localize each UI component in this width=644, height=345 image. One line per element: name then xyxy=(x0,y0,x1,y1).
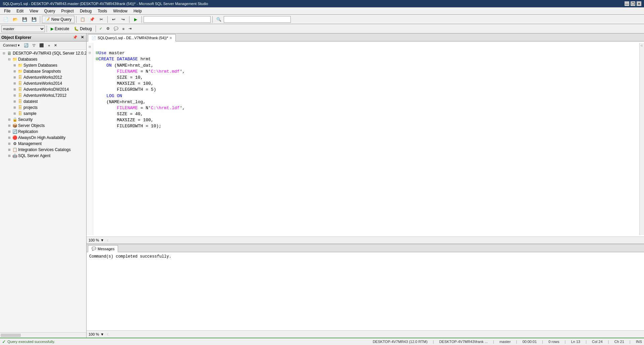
server-label: DESKTOP-4V7MR43 (SQL Server 12.0.256... xyxy=(13,51,86,56)
debug-button[interactable]: 🐛 Debug xyxy=(72,26,94,32)
tab-close-button[interactable]: ✕ xyxy=(169,36,172,40)
tree-databases-node[interactable]: ⊟ 📁 Databases xyxy=(0,56,86,62)
awdw2014-expand-icon[interactable]: ⊞ xyxy=(12,88,17,91)
tree-aw2012-node[interactable]: ⊞ 🗄 AdventureWorks2012 xyxy=(0,74,86,80)
run-button[interactable]: ▶ xyxy=(131,16,140,23)
redo-button[interactable]: ↪ xyxy=(119,16,127,23)
new-query-button[interactable]: 📝 New Query xyxy=(42,16,74,23)
oe-connect-button[interactable]: Connect ▾ xyxy=(1,42,21,49)
tree-replication-node[interactable]: ⊞ 🔄 Replication xyxy=(0,129,86,135)
oe-close-icon[interactable]: ✕ xyxy=(80,35,85,40)
search-input[interactable] xyxy=(144,16,211,23)
zoom-button[interactable]: 🔍 xyxy=(214,16,223,23)
tree-server-objects-node[interactable]: ⊞ 📦 Server Objects xyxy=(0,123,86,129)
tree-aw2014-node[interactable]: ⊞ 🗄 AdventureWorks2014 xyxy=(0,80,86,86)
open-button[interactable]: 📂 xyxy=(11,16,19,23)
oe-scrollbar[interactable] xyxy=(0,332,86,338)
security-expand-icon[interactable]: ⊞ xyxy=(7,118,12,121)
oe-delete-button[interactable]: ✕ xyxy=(52,42,59,49)
menu-tools[interactable]: Tools xyxy=(95,8,110,14)
editor-tab[interactable]: 📄 SQLQuery1.sql - DE...V7MR43\frank (54)… xyxy=(88,34,176,42)
tree-system-db-node[interactable]: ⊞ 📁 System Databases xyxy=(0,62,86,68)
maximize-button[interactable]: ❐ xyxy=(631,1,635,6)
new-query-icon: 📝 xyxy=(45,17,50,22)
server-objects-expand-icon[interactable]: ⊞ xyxy=(7,124,12,127)
menu-help[interactable]: Help xyxy=(131,8,145,14)
menu-debug[interactable]: Debug xyxy=(77,8,94,14)
undo-button[interactable]: ↩ xyxy=(109,16,118,23)
sql-code-editor[interactable]: ⊟Use master ⊟CREATE DATABASE hrmt ON (NA… xyxy=(93,43,639,235)
menu-view[interactable]: View xyxy=(27,8,41,14)
tree-awlt2012-node[interactable]: ⊞ 🗄 AdventureWorksLT2012 xyxy=(0,92,86,98)
agent-expand-icon[interactable]: ⊞ xyxy=(7,154,12,157)
comment-button[interactable]: 💬 xyxy=(112,25,120,32)
system-db-expand-icon[interactable]: ⊞ xyxy=(12,64,17,67)
indent-button[interactable]: ⇥ xyxy=(127,25,133,32)
oe-filter-button[interactable]: ▽ xyxy=(31,42,37,49)
paste-button[interactable]: 📌 xyxy=(88,16,96,23)
sample-expand-icon[interactable]: ⊞ xyxy=(12,112,17,115)
format-button[interactable]: ≡ xyxy=(121,25,126,32)
search-input2[interactable] xyxy=(224,16,291,23)
margin-12 xyxy=(87,111,93,117)
new-file-icon: 📄 xyxy=(3,17,8,22)
tree-datatest-node[interactable]: ⊞ 🗄 datatest xyxy=(0,98,86,105)
menu-query[interactable]: Query xyxy=(42,8,58,14)
close-button[interactable]: ✕ xyxy=(637,1,641,6)
messages-tab[interactable]: 💬 Messages xyxy=(88,245,118,252)
tree-projects-node[interactable]: ⊞ 🗄 projects xyxy=(0,105,86,111)
management-expand-icon[interactable]: ⊞ xyxy=(7,142,12,145)
save-button[interactable]: 💾 xyxy=(20,16,29,23)
minimize-button[interactable]: — xyxy=(625,1,629,6)
tree-security-node[interactable]: ⊞ 🔒 Security xyxy=(0,117,86,123)
tree-integration-node[interactable]: ⊞ 📋 Integration Services Catalogs xyxy=(0,147,86,153)
messages-zoom-icon[interactable]: ▼ xyxy=(100,332,104,336)
sql-editor[interactable]: ⊟ ⊟ ⊟Use master ⊟CREATE DATABASE hrmt xyxy=(87,42,644,236)
line-2: ⊟CREATE DATABASE hrmt xyxy=(96,57,151,62)
cut-button[interactable]: ✂ xyxy=(97,16,106,23)
collapse-2[interactable]: ⊟ xyxy=(87,50,93,56)
margin-11 xyxy=(87,105,93,111)
projects-expand-icon[interactable]: ⊞ xyxy=(12,106,17,109)
menu-bar: File Edit View Query Project Debug Tools… xyxy=(0,7,644,15)
tree-db-snapshots-node[interactable]: ⊞ 📁 Database Snapshots xyxy=(0,68,86,74)
datatest-expand-icon[interactable]: ⊞ xyxy=(12,100,17,103)
aw2014-expand-icon[interactable]: ⊞ xyxy=(12,82,17,85)
oe-stop-button[interactable]: ⬛ xyxy=(38,42,46,49)
oe-scroll-thumb[interactable] xyxy=(1,334,21,337)
collapse-gutter[interactable]: ◁ xyxy=(640,43,644,48)
tree-server-node[interactable]: ⊟ 🖥 DESKTOP-4V7MR43 (SQL Server 12.0.256… xyxy=(0,50,86,56)
system-db-icon: 📁 xyxy=(17,63,23,68)
alwayson-expand-icon[interactable]: ⊞ xyxy=(7,136,12,139)
oe-new-button[interactable]: + xyxy=(46,42,52,49)
check-button[interactable]: ✓ xyxy=(98,25,104,32)
db-snapshots-expand-icon[interactable]: ⊞ xyxy=(12,70,17,73)
collapse-1[interactable]: ⊟ xyxy=(87,44,93,50)
replication-expand-icon[interactable]: ⊞ xyxy=(7,130,12,133)
tree-alwayson-node[interactable]: ⊞ 🔴 AlwaysOn High Availability xyxy=(0,135,86,141)
copy-button[interactable]: 📋 xyxy=(78,16,87,23)
awlt2012-expand-icon[interactable]: ⊞ xyxy=(12,94,17,97)
server-expand-icon[interactable]: ⊟ xyxy=(1,52,7,55)
settings-button[interactable]: ⚙ xyxy=(105,25,111,32)
tree-sample-node[interactable]: ⊞ 🗄 sample xyxy=(0,111,86,117)
menu-file[interactable]: File xyxy=(1,8,13,14)
new-file-button[interactable]: 📄 xyxy=(1,16,10,23)
zoom-dropdown-icon[interactable]: ▼ xyxy=(100,238,104,242)
menu-edit[interactable]: Edit xyxy=(14,8,26,14)
aw2012-expand-icon[interactable]: ⊞ xyxy=(12,76,17,79)
database-dropdown[interactable]: master xyxy=(1,25,45,32)
execute-button[interactable]: ▶ Execute xyxy=(49,26,71,32)
save-all-button[interactable]: 💾 xyxy=(30,16,38,23)
menu-project[interactable]: Project xyxy=(59,8,76,14)
integration-expand-icon[interactable]: ⊞ xyxy=(7,148,12,151)
tree-management-node[interactable]: ⊞ ⚙ Management xyxy=(0,141,86,147)
tree-agent-node[interactable]: ⊞ 🤖 SQL Server Agent xyxy=(0,153,86,159)
oe-refresh-button[interactable]: 🔄 xyxy=(22,42,30,49)
save-all-icon: 💾 xyxy=(31,17,37,22)
oe-pin-icon[interactable]: 📌 xyxy=(72,35,78,40)
databases-expand-icon[interactable]: ⊟ xyxy=(7,58,12,61)
debug-icon: 🐛 xyxy=(74,26,79,31)
menu-window[interactable]: Window xyxy=(110,8,130,14)
tree-awdw2014-node[interactable]: ⊞ 🗄 AdventureWorksDW2014 xyxy=(0,86,86,92)
